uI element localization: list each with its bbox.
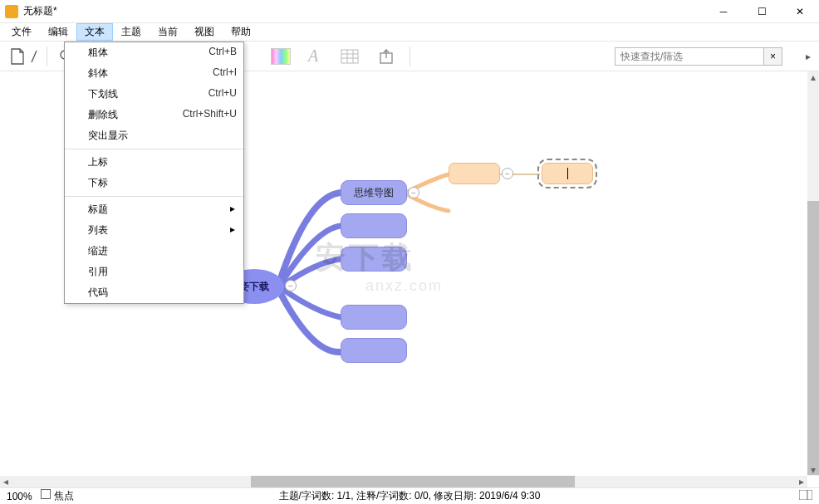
minimize-button[interactable]: ─ xyxy=(704,0,743,23)
menu-view[interactable]: 视图 xyxy=(186,23,223,41)
color-picker-icon[interactable] xyxy=(268,45,293,68)
menu-separator xyxy=(65,149,243,149)
child-label: 思维导图 xyxy=(354,186,394,200)
menu-item-heading[interactable]: 标题▸ xyxy=(65,199,243,220)
vertical-scrollbar[interactable]: ▴ ▾ xyxy=(807,71,819,476)
menu-item-superscript[interactable]: 上标 xyxy=(65,152,243,173)
focus-toggle[interactable]: 焦点 xyxy=(41,489,74,503)
window-title: 无标题* xyxy=(23,4,704,18)
search-clear-button[interactable]: × xyxy=(764,47,782,66)
toolbar-separator xyxy=(47,46,47,66)
horizontal-scrollbar[interactable]: ◂ ▸ xyxy=(0,476,807,487)
statusbar: 100% 焦点 主题/字词数: 1/1, 注释/字词数: 0/0, 修改日期: … xyxy=(0,487,819,504)
window-controls: ─ ☐ ✕ xyxy=(704,0,819,23)
menu-text[interactable]: 文本 xyxy=(76,23,113,41)
menu-help[interactable]: 帮助 xyxy=(223,23,259,41)
menu-item-italic[interactable]: 斜体Ctrl+I xyxy=(65,63,243,84)
mindmap-child-node[interactable] xyxy=(341,305,407,330)
scroll-down-icon[interactable]: ▾ xyxy=(807,464,819,476)
share-icon[interactable] xyxy=(370,45,403,68)
text-cursor xyxy=(567,168,568,179)
menu-item-bold[interactable]: 粗体Ctrl+B xyxy=(65,42,243,63)
new-file-icon[interactable] xyxy=(5,45,30,68)
menu-item-quote[interactable]: 引用 xyxy=(65,262,243,282)
scroll-left-icon[interactable]: ◂ xyxy=(0,476,12,487)
maximize-button[interactable]: ☐ xyxy=(743,0,781,23)
menu-item-code[interactable]: 代码 xyxy=(65,282,243,303)
menu-current[interactable]: 当前 xyxy=(150,23,186,41)
mindmap-child-node[interactable] xyxy=(341,213,407,238)
menu-item-highlight[interactable]: 突出显示 xyxy=(65,125,243,146)
close-button[interactable]: ✕ xyxy=(781,0,819,23)
search-input[interactable] xyxy=(615,47,764,66)
text-menu-dropdown: 粗体Ctrl+B 斜体Ctrl+I 下划线Ctrl+U 删除线Ctrl+Shif… xyxy=(64,42,244,304)
font-style-icon[interactable]: A xyxy=(297,45,330,68)
table-icon[interactable] xyxy=(333,45,366,68)
titlebar: 无标题* ─ ☐ ✕ xyxy=(0,0,819,23)
zoom-level[interactable]: 100% xyxy=(7,491,32,502)
layout-icon[interactable] xyxy=(799,490,812,502)
menubar: 文件 编辑 文本 主题 当前 视图 帮助 xyxy=(0,23,819,42)
toolbar-separator xyxy=(410,46,410,66)
edit-icon[interactable] xyxy=(28,45,40,68)
collapse-toggle-icon[interactable]: − xyxy=(408,187,419,198)
vscroll-thumb[interactable] xyxy=(807,201,819,475)
mindmap-child-node[interactable] xyxy=(341,247,407,272)
hscroll-thumb[interactable] xyxy=(251,476,575,487)
mindmap-editing-node[interactable] xyxy=(542,163,593,184)
mindmap-child-node[interactable]: 思维导图 xyxy=(341,180,407,205)
menu-file[interactable]: 文件 xyxy=(3,23,40,41)
app-icon xyxy=(5,5,18,18)
collapse-toggle-icon[interactable]: − xyxy=(285,280,297,291)
focus-label: 焦点 xyxy=(54,490,74,502)
checkbox-icon[interactable] xyxy=(41,489,51,499)
menu-topic[interactable]: 主题 xyxy=(113,23,150,41)
scroll-right-icon[interactable]: ▸ xyxy=(796,476,807,487)
mindmap-child-node[interactable] xyxy=(341,338,407,363)
chevron-right-icon[interactable]: ▸ xyxy=(802,45,814,68)
status-text: 主题/字词数: 1/1, 注释/字词数: 0/0, 修改日期: 2019/6/4… xyxy=(279,489,541,503)
menu-item-subscript[interactable]: 下标 xyxy=(65,173,243,193)
svg-rect-1 xyxy=(341,50,358,63)
menu-edit[interactable]: 编辑 xyxy=(40,23,76,41)
collapse-toggle-icon[interactable]: − xyxy=(502,168,513,179)
watermark-sub: anxz.com xyxy=(365,277,443,295)
menu-item-indent[interactable]: 缩进 xyxy=(65,241,243,262)
svg-rect-8 xyxy=(799,490,812,500)
mindmap-grandchild-node[interactable] xyxy=(449,163,500,184)
menu-item-strikethrough[interactable]: 删除线Ctrl+Shift+U xyxy=(65,105,243,125)
scroll-up-icon[interactable]: ▴ xyxy=(807,71,819,83)
search-box: × xyxy=(615,47,782,66)
menu-separator xyxy=(65,196,243,197)
menu-item-underline[interactable]: 下划线Ctrl+U xyxy=(65,84,243,105)
menu-item-list[interactable]: 列表▸ xyxy=(65,220,243,241)
